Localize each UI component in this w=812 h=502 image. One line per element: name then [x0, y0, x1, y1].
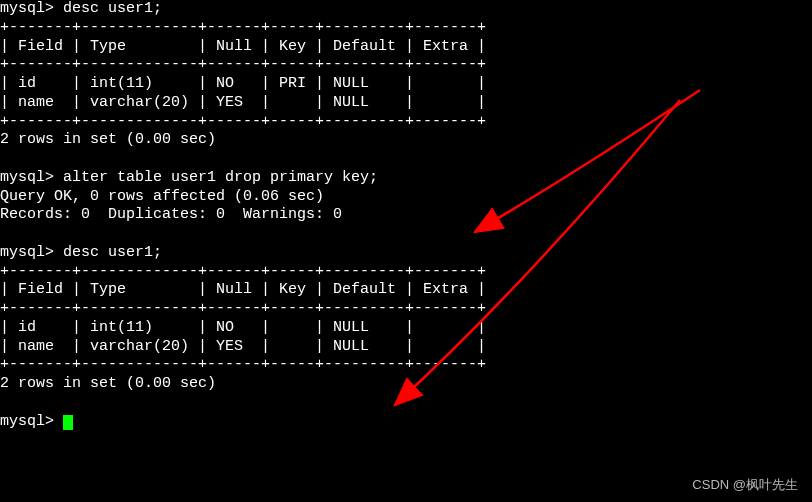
- cursor-icon[interactable]: [63, 415, 73, 430]
- result-rows-2: 2 rows in set (0.00 sec): [0, 375, 216, 392]
- prompt: mysql>: [0, 413, 63, 430]
- table2-row-name: | name | varchar(20) | YES | | NULL | |: [0, 338, 486, 355]
- prompt: mysql>: [0, 0, 63, 17]
- table1-row-id: | id | int(11) | NO | PRI | NULL | |: [0, 75, 486, 92]
- prompt: mysql>: [0, 244, 63, 261]
- table2-sep-bot: +-------+-------------+------+-----+----…: [0, 356, 486, 373]
- table1-row-name: | name | varchar(20) | YES | | NULL | |: [0, 94, 486, 111]
- table1-sep-top: +-------+-------------+------+-----+----…: [0, 19, 486, 36]
- watermark: CSDN @枫叶先生: [692, 476, 798, 494]
- alter-result-ok: Query OK, 0 rows affected (0.06 sec): [0, 188, 324, 205]
- command-desc1: desc user1;: [63, 0, 162, 17]
- table1-sep-bot: +-------+-------------+------+-----+----…: [0, 113, 486, 130]
- table1-sep-mid: +-------+-------------+------+-----+----…: [0, 56, 486, 73]
- table2-header: | Field | Type | Null | Key | Default | …: [0, 281, 486, 298]
- table2-sep-top: +-------+-------------+------+-----+----…: [0, 263, 486, 280]
- table2-sep-mid: +-------+-------------+------+-----+----…: [0, 300, 486, 317]
- table2-row-id: | id | int(11) | NO | | NULL | |: [0, 319, 486, 336]
- terminal-output: mysql> desc user1; +-------+------------…: [0, 0, 812, 431]
- command-alter: alter table user1 drop primary key;: [63, 169, 378, 186]
- prompt: mysql>: [0, 169, 63, 186]
- result-rows-1: 2 rows in set (0.00 sec): [0, 131, 216, 148]
- alter-result-records: Records: 0 Duplicates: 0 Warnings: 0: [0, 206, 342, 223]
- table1-header: | Field | Type | Null | Key | Default | …: [0, 38, 486, 55]
- command-desc2: desc user1;: [63, 244, 162, 261]
